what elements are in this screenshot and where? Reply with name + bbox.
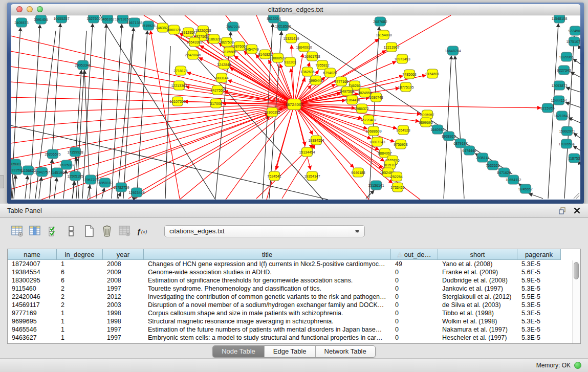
network-node[interactable]: 3091406 [34,15,48,24]
network-node[interactable]: 2803144 [214,73,228,82]
network-edge[interactable] [565,102,580,107]
network-edge[interactable] [82,24,93,199]
table-vertical-scrollbar[interactable] [572,260,580,343]
network-node[interactable]: 9474444 [462,146,476,155]
table-selector-dropdown[interactable]: citations_edges.txt [164,225,365,237]
network-hub-node[interactable]: 18724007 [285,99,303,110]
network-node[interactable]: 19384554 [308,136,324,145]
network-node[interactable]: 12942757 [34,167,50,177]
network-node[interactable]: 8454749 [245,45,258,54]
network-edge[interactable] [96,24,106,199]
network-node[interactable]: 1527602 [86,15,100,23]
network-node[interactable]: 16782759 [113,183,129,192]
network-node[interactable]: 3242844 [217,60,231,69]
column-header-short[interactable]: short [438,249,517,260]
network-node[interactable]: 13888520 [270,53,286,62]
network-node[interactable]: 16640910 [296,42,312,52]
network-node[interactable]: 9466162 [100,15,114,24]
network-node[interactable]: 10973493 [394,54,410,63]
network-node[interactable]: 16648784 [445,46,461,55]
network-node[interactable]: 16961758 [304,52,320,61]
network-node[interactable]: 9224509 [568,26,580,35]
network-node[interactable]: 8215955 [540,103,554,113]
network-edge[interactable] [574,133,580,138]
network-edge[interactable] [128,116,270,199]
zoom-button[interactable] [37,6,43,12]
network-node[interactable]: 2687682 [373,17,387,26]
network-node[interactable]: 12444154 [551,96,567,105]
column-header-year[interactable]: year [103,249,144,260]
network-node[interactable]: 12093873 [551,81,567,90]
network-node[interactable]: 932203 [284,57,296,67]
network-node[interactable]: 2935114 [476,153,490,162]
network-edge[interactable] [294,15,451,104]
table-row[interactable]: 946362711997Embryonic stem cells: a mode… [8,334,580,342]
table-row[interactable]: 946554611997Estimation of the future num… [8,325,580,334]
tab-network-table[interactable]: Network Table [315,346,375,357]
network-node[interactable]: 1990443 [309,76,322,85]
network-node[interactable]: 19354147 [304,171,320,181]
network-node[interactable]: 118753 [569,154,580,163]
new-table-icon[interactable] [82,224,96,238]
network-node[interactable]: 7857224 [226,22,239,31]
network-node[interactable]: 6794028 [323,68,337,77]
network-node[interactable]: 1080748 [369,93,383,102]
network-node[interactable]: 12505195 [67,171,83,181]
network-edge[interactable] [150,31,180,199]
network-node[interactable]: 11548108 [552,15,568,23]
network-edge[interactable] [298,106,379,150]
network-node[interactable]: 9756928 [394,140,407,149]
delete-table-icon[interactable] [118,224,132,238]
network-node[interactable]: 16210643 [554,111,570,120]
network-edge[interactable] [369,27,379,199]
network-node[interactable]: 7632621 [486,161,499,170]
network-node[interactable]: 6497568 [340,86,354,96]
network-edge[interactable] [444,56,451,199]
tab-edge-table[interactable]: Edge Table [264,346,315,357]
network-node[interactable]: 8427552 [210,85,224,95]
network-edge[interactable] [366,190,374,199]
column-header-out-de-[interactable]: △out_de… [391,249,438,260]
network-node[interactable]: 1640934 [430,125,444,134]
network-node[interactable]: 8938923 [442,132,455,141]
column-header-pagerank[interactable]: pagerank [517,249,561,260]
network-window-titlebar[interactable]: citations_edges.txt [11,4,580,15]
network-node[interactable]: 9154691 [425,69,439,78]
table-settings-icon[interactable] [10,224,24,238]
network-node[interactable]: 8186328 [207,34,221,43]
scrollbar-thumb[interactable] [574,262,579,279]
network-node[interactable]: 15992971 [559,126,575,136]
table-row[interactable]: 911546021997Tourette syndrome. Phenomeno… [8,285,580,293]
network-node[interactable]: 17016504 [558,139,574,148]
tab-node-table[interactable]: Node Table [213,346,264,357]
table-row[interactable]: 1872400712008Changes of HCN gene express… [8,260,580,268]
column-header-in-degree[interactable]: in_degree [57,249,103,260]
minimize-button[interactable] [27,6,33,12]
network-node[interactable]: 10688609 [365,126,381,136]
network-edge[interactable] [566,87,580,92]
network-node[interactable]: 2405573 [14,18,28,27]
row-selector-icon[interactable] [64,224,78,238]
network-node[interactable]: 16958187 [97,178,113,187]
network-node[interactable]: 15751074 [566,37,580,46]
network-edge[interactable] [11,104,294,128]
network-node[interactable]: 12923468 [128,188,144,197]
network-edge[interactable] [186,86,290,104]
network-node[interactable]: 9875685 [222,47,236,56]
network-node[interactable]: 15325419 [283,34,299,43]
network-node[interactable]: 15136141 [368,181,384,190]
network-edge[interactable] [11,104,294,113]
network-node[interactable]: 9329966 [559,52,573,61]
close-button[interactable] [16,6,23,12]
delete-columns-icon[interactable] [100,224,114,238]
network-node[interactable]: 7524541 [267,171,281,181]
table-row[interactable]: 969969511998Structural magnetic resonanc… [8,317,580,325]
collapsed-panel-handle[interactable] [0,175,4,188]
network-node[interactable]: 12213967 [383,42,399,52]
table-row[interactable]: 1938455462009Genome-wide association stu… [8,268,580,276]
close-panel-icon[interactable] [572,206,582,215]
network-node[interactable]: 20206576 [45,149,60,159]
network-node[interactable]: 29053346 [75,60,91,70]
network-edge[interactable] [137,31,147,199]
network-node[interactable]: 9646188 [351,168,365,177]
